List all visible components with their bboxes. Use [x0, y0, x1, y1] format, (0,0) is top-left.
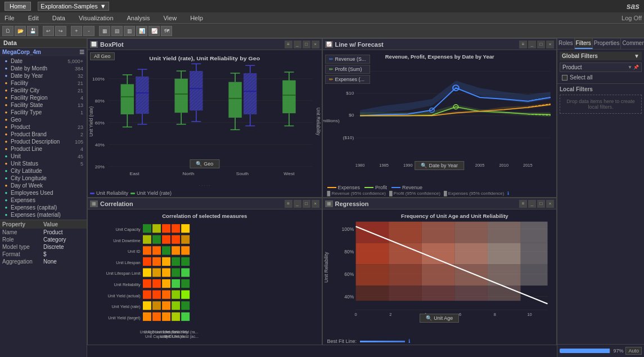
data-item-facility-city[interactable]: ●Facility City21: [1, 87, 85, 94]
regression-maximize-btn[interactable]: □: [537, 200, 545, 208]
tab-comments[interactable]: Comments: [621, 38, 644, 49]
toolbar-chart2[interactable]: ▤: [111, 26, 123, 36]
select-all-checkbox[interactable]: [562, 75, 568, 81]
toolbar-undo[interactable]: ↩: [43, 26, 54, 36]
filter-pin-icon[interactable]: 📌: [633, 65, 639, 70]
boxplot-minimize-btn[interactable]: _: [294, 41, 301, 48]
product-filter-header[interactable]: Product ▼ 📌: [560, 63, 642, 72]
svg-rect-140: [181, 301, 190, 310]
svg-rect-138: [162, 301, 170, 310]
pencil-icon: ✏: [329, 56, 334, 62]
menu-analysis[interactable]: Analysis: [125, 15, 152, 21]
linechart-maximize-btn[interactable]: □: [537, 41, 545, 48]
auto-button[interactable]: Auto: [625, 347, 642, 355]
data-item-expenses[interactable]: ●Expenses: [1, 197, 85, 204]
data-item-city-latitude[interactable]: ●City Latitude: [1, 167, 85, 175]
data-item-product-description[interactable]: ●Product Description105: [1, 138, 85, 145]
data-type-icon: ●: [3, 59, 9, 64]
data-item-expenses-(material)[interactable]: ●Expenses (material): [1, 211, 85, 218]
data-item-count: 45: [78, 154, 83, 159]
date-by-year-btn[interactable]: 🔍 Date by Year: [415, 161, 464, 170]
data-item-label: Date by Month: [11, 65, 47, 72]
data-item-label: City Longitude: [11, 175, 47, 181]
data-item-date-by-month[interactable]: ●Date by Month384: [1, 65, 85, 72]
svg-text:80%: 80%: [95, 99, 105, 104]
toolbar-chart3[interactable]: ▥: [124, 26, 135, 36]
svg-rect-175: [355, 264, 389, 285]
toolbar-chart4[interactable]: 📊: [136, 26, 147, 36]
toolbar-redo[interactable]: ↪: [55, 26, 66, 36]
boxplot-maximize-btn[interactable]: □: [303, 41, 310, 48]
boxplot-close-btn[interactable]: ×: [312, 41, 319, 48]
data-item-date[interactable]: ●Date5,000+: [1, 57, 85, 65]
menu-view[interactable]: View: [161, 15, 179, 21]
svg-rect-173: [355, 222, 389, 243]
toolbar-save[interactable]: 💾: [27, 26, 38, 36]
regression-info-icon[interactable]: ℹ: [408, 338, 410, 344]
data-item-product-brand[interactable]: ●Product Brand2: [1, 131, 85, 138]
home-button[interactable]: Home: [4, 2, 31, 11]
global-filters-header[interactable]: Global Filters ▼: [560, 52, 642, 60]
menu-help[interactable]: Help: [188, 15, 205, 21]
data-item-facility-region[interactable]: ●Facility Region4: [1, 94, 85, 101]
correlation-close-btn[interactable]: ×: [312, 200, 319, 208]
menu-data[interactable]: Data: [50, 15, 67, 21]
app-dropdown[interactable]: Exploration-Samples ▼: [38, 2, 109, 11]
info-icon[interactable]: ℹ: [507, 191, 509, 196]
filter-sort-icon[interactable]: ▼: [628, 65, 632, 70]
correlation-maximize-btn[interactable]: □: [303, 200, 310, 208]
linechart-header: 📈 Line w/ Forecast ≡ _ □ ×: [323, 39, 557, 50]
data-item-date-by-year[interactable]: ●Date by Year32: [1, 72, 85, 79]
tab-properties[interactable]: Properties: [593, 38, 622, 49]
toolbar-chart5[interactable]: 📈: [148, 26, 160, 36]
data-item-product-line[interactable]: ●Product Line4: [1, 145, 85, 153]
data-item-geo[interactable]: ●Geo: [1, 116, 85, 123]
tab-roles[interactable]: Roles: [557, 38, 575, 49]
data-item-expenses-(capital)[interactable]: ●Expenses (capital): [1, 204, 85, 211]
toolbar-open[interactable]: 📂: [15, 26, 26, 36]
geo-filter-btn[interactable]: 🔍 Geo: [190, 159, 219, 168]
correlation-menu-btn[interactable]: ≡: [285, 200, 292, 208]
toolbar-chart6[interactable]: 🗺: [161, 26, 172, 36]
data-item-facility-type[interactable]: ●Facility Type1: [1, 109, 85, 116]
select-all-item[interactable]: Select all: [560, 74, 642, 81]
data-item-product[interactable]: ●Product23: [1, 123, 85, 131]
logout-link[interactable]: Log Off: [622, 15, 642, 21]
regression-menu-btn[interactable]: ≡: [519, 200, 527, 208]
toolbar-zoom-out[interactable]: -: [83, 26, 94, 36]
boxplot-menu-btn[interactable]: ≡: [285, 41, 292, 48]
svg-rect-14: [121, 84, 134, 114]
unit-age-label: Unit Age: [434, 315, 453, 321]
toolbar-chart1[interactable]: ▦: [99, 26, 110, 36]
linechart-minimize-btn[interactable]: _: [528, 41, 536, 48]
data-item-facility-state[interactable]: ●Facility State13: [1, 101, 85, 109]
tab-filters[interactable]: Filters: [575, 38, 593, 49]
toolbar-zoom-in[interactable]: +: [71, 26, 82, 36]
menu-edit[interactable]: Edit: [26, 15, 41, 21]
unit-age-btn[interactable]: 🔍 Unit Age: [420, 314, 459, 323]
data-item-city-longitude[interactable]: ●City Longitude: [1, 175, 85, 182]
data-item-unit-status[interactable]: ●Unit Status5: [1, 160, 85, 167]
regression-body: Frequency of Unit Age and Unit Reliabili…: [323, 209, 557, 337]
local-filters-title: Local Filters: [560, 86, 642, 92]
dataset-menu-icon[interactable]: ☰: [79, 49, 84, 55]
product-filter-label: Product: [562, 64, 582, 70]
linechart-menu-btn[interactable]: ≡: [519, 41, 527, 48]
boxplot-header: ⬜ BoxPlot ≡ _ □ ×: [88, 39, 322, 50]
correlation-icon: ▦: [90, 200, 98, 207]
menu-visualization[interactable]: Visualization: [76, 15, 116, 21]
data-item-day-of-week[interactable]: ●Day of Week: [1, 182, 85, 189]
linechart-body: ✏ Revenue (S... ✏ Profit (Sum) ✏ Expense…: [323, 50, 557, 184]
correlation-minimize-btn[interactable]: _: [294, 200, 301, 208]
data-item-facility[interactable]: ●Facility21: [1, 79, 85, 87]
regression-minimize-btn[interactable]: _: [528, 200, 536, 208]
toolbar-new[interactable]: 🗋: [2, 26, 13, 36]
right-panel-bottom: 97% Auto: [557, 344, 644, 357]
svg-rect-133: [162, 291, 170, 299]
menu-file[interactable]: File: [2, 15, 17, 21]
linechart-close-btn[interactable]: ×: [546, 41, 554, 48]
data-item-employees-used[interactable]: ●Employees Used: [1, 189, 85, 197]
data-item-unit[interactable]: ●Unit45: [1, 153, 85, 160]
regression-close-btn[interactable]: ×: [546, 200, 554, 208]
sas-logo: sas: [627, 2, 640, 11]
